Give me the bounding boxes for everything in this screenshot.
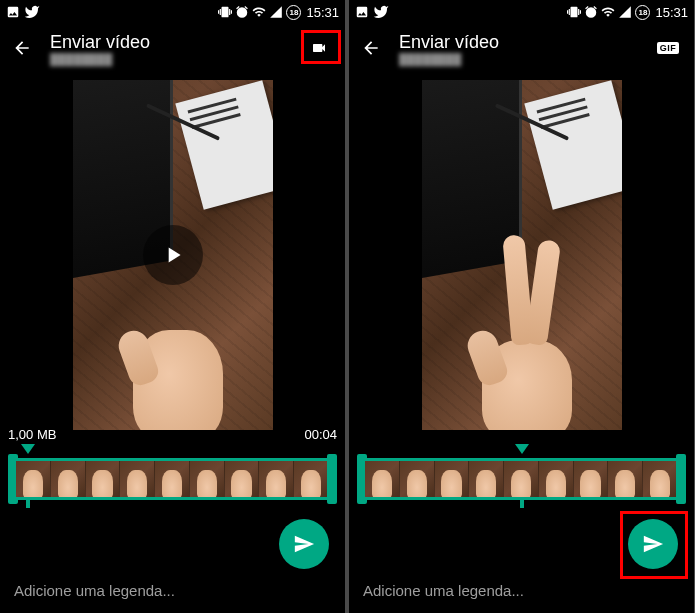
- app-bar: Enviar vídeo ████████: [0, 24, 345, 72]
- signal-icon: [618, 5, 632, 19]
- contact-name: ████████: [50, 53, 287, 65]
- alarm-icon: [235, 5, 249, 19]
- phone-screen-left: 18 15:31 Enviar vídeo ████████: [0, 0, 345, 613]
- clock: 15:31: [655, 5, 688, 20]
- thumbnail-frame: [504, 461, 539, 497]
- gif-badge: GIF: [657, 42, 680, 54]
- thumbnail-frame: [86, 461, 121, 497]
- duration: 00:04: [304, 427, 337, 442]
- status-right-icons: 18 15:31: [567, 5, 688, 20]
- thumbnail-frame: [608, 461, 643, 497]
- titles: Enviar vídeo ████████: [399, 32, 636, 65]
- thumbnail-frame: [643, 461, 678, 497]
- status-right-icons: 18 15:31: [218, 5, 339, 20]
- video-gif-toggle[interactable]: [305, 38, 333, 58]
- filmstrip[interactable]: [365, 458, 678, 500]
- playhead-marker[interactable]: [21, 444, 35, 454]
- status-bar: 18 15:31: [0, 0, 345, 24]
- video-meta: 1,00 MB 00:04: [8, 427, 337, 442]
- filmstrip[interactable]: [16, 458, 329, 500]
- video-camera-icon: [308, 40, 330, 56]
- twitter-icon: [24, 4, 40, 20]
- status-bar: 18 15:31: [349, 0, 694, 24]
- trim-handle-right[interactable]: [676, 454, 686, 504]
- play-icon: [160, 242, 186, 268]
- vibrate-icon: [567, 5, 581, 19]
- send-button[interactable]: [279, 519, 329, 569]
- clock: 15:31: [306, 5, 339, 20]
- thumbnail-frame: [294, 461, 329, 497]
- app-bar: Enviar vídeo ████████ GIF: [349, 24, 694, 72]
- send-button[interactable]: [628, 519, 678, 569]
- bottom-bar: Adicione uma legenda...: [0, 544, 345, 613]
- gallery-icon: [355, 5, 369, 19]
- thumbnail-frame: [574, 461, 609, 497]
- signal-icon: [269, 5, 283, 19]
- send-icon: [642, 533, 664, 555]
- wifi-icon: [252, 5, 266, 19]
- status-left-icons: [355, 4, 389, 20]
- playhead-marker[interactable]: [515, 444, 529, 454]
- caption-input[interactable]: Adicione uma legenda...: [14, 554, 331, 599]
- play-button[interactable]: [143, 225, 203, 285]
- thumbnail-frame: [400, 461, 435, 497]
- page-title: Enviar vídeo: [50, 32, 287, 53]
- alarm-icon: [584, 5, 598, 19]
- video-preview-area: 1,00 MB 00:04: [0, 72, 345, 442]
- back-icon[interactable]: [12, 38, 32, 58]
- file-size: 1,00 MB: [8, 427, 56, 442]
- battery-indicator: 18: [286, 5, 301, 20]
- thumbnail-frame: [539, 461, 574, 497]
- titles: Enviar vídeo ████████: [50, 32, 287, 65]
- thumbnail-frame: [190, 461, 225, 497]
- thumbnail-frame: [435, 461, 470, 497]
- back-icon[interactable]: [361, 38, 381, 58]
- thumbnail-frame: [120, 461, 155, 497]
- thumbnail-frame: [155, 461, 190, 497]
- thumbnail-frame: [16, 461, 51, 497]
- video-gif-toggle[interactable]: GIF: [654, 38, 682, 58]
- bottom-bar: Adicione uma legenda...: [349, 544, 694, 613]
- twitter-icon: [373, 4, 389, 20]
- vibrate-icon: [218, 5, 232, 19]
- video-preview[interactable]: [422, 80, 622, 430]
- thumbnail-frame: [365, 461, 400, 497]
- caption-input[interactable]: Adicione uma legenda...: [363, 554, 680, 599]
- battery-indicator: 18: [635, 5, 650, 20]
- thumbnail-frame: [259, 461, 294, 497]
- send-icon: [293, 533, 315, 555]
- status-left-icons: [6, 4, 40, 20]
- video-preview[interactable]: [73, 80, 273, 430]
- video-trimmer[interactable]: [8, 452, 337, 512]
- thumbnail-frame: [469, 461, 504, 497]
- trim-handle-right[interactable]: [327, 454, 337, 504]
- gallery-icon: [6, 5, 20, 19]
- thumbnail-frame: [51, 461, 86, 497]
- contact-name: ████████: [399, 53, 636, 65]
- thumbnail-frame: [225, 461, 260, 497]
- phone-screen-right: 18 15:31 Enviar vídeo ████████ GIF: [349, 0, 694, 613]
- video-preview-area: [349, 72, 694, 442]
- video-trimmer[interactable]: [357, 452, 686, 512]
- page-title: Enviar vídeo: [399, 32, 636, 53]
- wifi-icon: [601, 5, 615, 19]
